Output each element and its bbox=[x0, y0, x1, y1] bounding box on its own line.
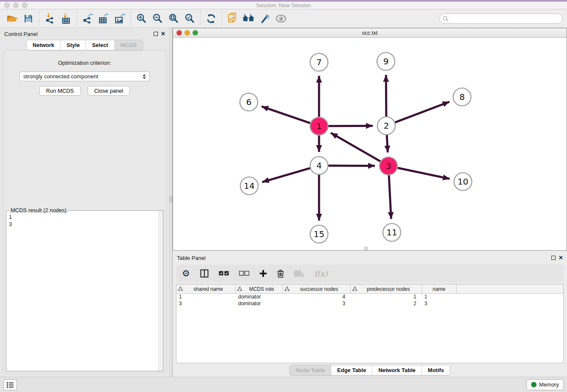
edge-2-8[interactable] bbox=[395, 102, 450, 122]
node-15[interactable]: 15 bbox=[310, 225, 328, 243]
svg-text:15: 15 bbox=[314, 229, 324, 239]
node-9[interactable]: 9 bbox=[377, 52, 395, 70]
export-table-button[interactable] bbox=[96, 11, 112, 26]
clone-network-button[interactable] bbox=[225, 11, 241, 26]
edge-1-2[interactable] bbox=[328, 126, 373, 126]
application-window: Session: New Session bbox=[0, 0, 567, 392]
result-scrollbar[interactable] bbox=[158, 211, 163, 371]
close-panel-icon[interactable]: × bbox=[161, 32, 165, 36]
node-4[interactable]: 4 bbox=[310, 157, 328, 174]
node-3[interactable]: 3 bbox=[380, 157, 397, 175]
edge-3-10[interactable] bbox=[398, 168, 450, 179]
cell[interactable]: 3 bbox=[176, 301, 236, 307]
search-input[interactable] bbox=[439, 14, 563, 24]
table-options-button[interactable]: ⚙ bbox=[182, 268, 190, 279]
panel-divider[interactable] bbox=[169, 28, 173, 377]
tab-mcds[interactable]: MCDS bbox=[115, 40, 143, 50]
cell[interactable]: dominator bbox=[236, 294, 283, 301]
tab-network[interactable]: Network bbox=[27, 40, 61, 50]
task-history-button[interactable] bbox=[3, 379, 17, 390]
graphics-details-button[interactable] bbox=[257, 11, 273, 26]
edge-1-6[interactable] bbox=[261, 106, 310, 123]
run-mcds-button[interactable]: Run MCDS bbox=[39, 86, 81, 96]
maximize-view-icon[interactable]: + bbox=[193, 30, 198, 36]
node-14[interactable]: 14 bbox=[240, 177, 258, 195]
select-all-checkboxes-button[interactable] bbox=[219, 271, 229, 276]
search-icon bbox=[443, 16, 449, 22]
criterion-dropdown[interactable]: strongly connected component bbox=[19, 72, 150, 81]
import-network-button[interactable] bbox=[42, 11, 58, 26]
close-panel-button[interactable]: Close panel bbox=[88, 86, 130, 96]
column-header-MCDS-role[interactable]: MCDS role bbox=[236, 284, 283, 293]
cell[interactable]: 1 bbox=[422, 294, 457, 301]
export-network-button[interactable] bbox=[80, 11, 96, 26]
cell[interactable]: 3 bbox=[422, 301, 457, 307]
apply-layout-button[interactable] bbox=[203, 11, 219, 26]
close-view-icon[interactable]: x bbox=[176, 30, 182, 36]
network-window-titlebar[interactable]: scc.txt x – + bbox=[173, 28, 567, 38]
table-tab-network-table[interactable]: Network Table bbox=[372, 365, 422, 375]
table-row[interactable]: 1dominator411 bbox=[176, 294, 563, 301]
cell[interactable]: 1 bbox=[176, 294, 236, 301]
cell[interactable]: 4 bbox=[283, 294, 351, 301]
table-tab-edge-table[interactable]: Edge Table bbox=[331, 365, 372, 375]
delete-column-button[interactable] bbox=[277, 269, 284, 278]
node-10[interactable]: 10 bbox=[454, 173, 472, 190]
node-table[interactable]: shared nameMCDS rolesuccessor nodesprede… bbox=[176, 284, 564, 363]
edge-2-9[interactable] bbox=[386, 75, 386, 116]
column-header-successor-nodes[interactable]: successor nodes bbox=[283, 284, 351, 293]
clear-all-checkboxes-button[interactable] bbox=[239, 271, 249, 276]
toolbar-separator bbox=[130, 11, 131, 26]
h-scroll-nub[interactable] bbox=[364, 247, 368, 250]
column-header-predecessor-nodes[interactable]: predecessor nodes bbox=[351, 284, 422, 293]
save-session-button[interactable] bbox=[20, 11, 36, 26]
node-1[interactable]: 1 bbox=[310, 117, 328, 135]
cell[interactable]: 3 bbox=[283, 301, 351, 307]
zoom-in-button[interactable] bbox=[133, 11, 149, 26]
import-table-button[interactable] bbox=[58, 11, 74, 26]
delete-table-icon bbox=[294, 270, 304, 277]
zoom-selected-button[interactable] bbox=[182, 11, 198, 26]
column-header-shared-name[interactable]: shared name bbox=[176, 284, 236, 293]
show-columns-button[interactable] bbox=[200, 269, 209, 278]
network-canvas[interactable]: 1234678910111415 bbox=[173, 38, 567, 250]
edge-3-1[interactable] bbox=[331, 133, 380, 161]
table-tab-motifs[interactable]: Motifs bbox=[422, 365, 450, 375]
column-header-name[interactable]: name bbox=[422, 284, 457, 293]
tab-select[interactable]: Select bbox=[86, 40, 114, 50]
cell[interactable]: dominator bbox=[236, 301, 283, 307]
edge-3-11[interactable] bbox=[389, 175, 391, 219]
memory-status-icon bbox=[531, 382, 537, 387]
edge-4-14[interactable] bbox=[262, 168, 310, 182]
float-panel-icon[interactable] bbox=[551, 256, 556, 260]
mcds-result-text[interactable]: 1 3 bbox=[6, 211, 158, 371]
cell[interactable]: 1 bbox=[351, 294, 422, 301]
zoom-out-button[interactable] bbox=[149, 11, 165, 26]
tab-style[interactable]: Style bbox=[61, 40, 86, 50]
edge-2-3[interactable] bbox=[387, 135, 388, 152]
node-11[interactable]: 11 bbox=[383, 224, 401, 241]
add-column-button[interactable] bbox=[259, 270, 267, 277]
destroy-network-button[interactable] bbox=[241, 11, 257, 26]
node-7[interactable]: 7 bbox=[310, 53, 328, 71]
float-panel-icon[interactable] bbox=[154, 32, 158, 36]
table-tab-node-table[interactable]: Node Table bbox=[290, 365, 331, 375]
network-graph[interactable]: 1234678910111415 bbox=[173, 38, 567, 250]
node-6[interactable]: 6 bbox=[240, 93, 258, 111]
minimize-view-icon[interactable]: – bbox=[184, 30, 190, 36]
table-row[interactable]: 3dominator323 bbox=[176, 301, 563, 307]
close-panel-icon[interactable]: × bbox=[559, 256, 563, 260]
edge-4-3[interactable] bbox=[328, 166, 375, 166]
open-session-button[interactable] bbox=[4, 11, 20, 26]
svg-text:7: 7 bbox=[317, 57, 322, 67]
function-builder-button[interactable]: f(x) bbox=[314, 269, 328, 278]
birds-eye-view-button[interactable] bbox=[273, 11, 289, 26]
zoom-fit-button[interactable] bbox=[165, 11, 182, 26]
cell[interactable]: 2 bbox=[351, 301, 422, 307]
node-2[interactable]: 2 bbox=[377, 117, 395, 135]
divider-handle-icon[interactable] bbox=[170, 196, 172, 202]
export-image-button[interactable] bbox=[112, 11, 128, 26]
memory-button[interactable]: Memory bbox=[526, 379, 564, 390]
node-8[interactable]: 8 bbox=[453, 88, 471, 106]
delete-table-button[interactable] bbox=[294, 270, 304, 277]
